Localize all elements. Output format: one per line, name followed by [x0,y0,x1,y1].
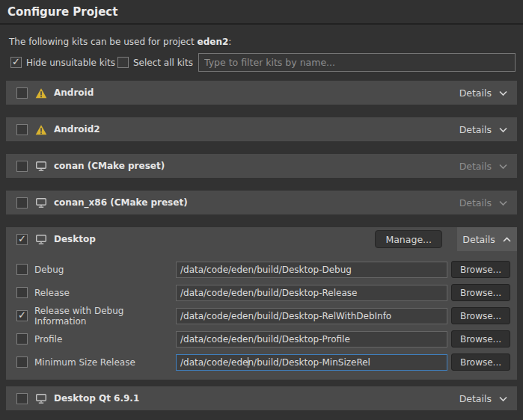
kit-row-conan-x86[interactable]: conan_x86 (CMake preset) Details [6,191,517,214]
details-button[interactable]: Details [459,161,508,172]
desktop-icon [35,161,47,172]
build-dir-input[interactable] [176,308,447,324]
config-label: Release [34,288,70,298]
kit-row-android[interactable]: Android Details [6,81,517,105]
desktop-icon [35,197,47,209]
intro-text: The following kits can be used for proje… [9,37,231,47]
kit-row-desktop-qt[interactable]: Desktop Qt 6.9.1 Details [6,386,517,410]
details-label: Details [459,124,492,135]
config-checkbox[interactable] [16,333,28,345]
config-checkbox[interactable] [16,310,28,321]
kit-checkbox[interactable] [16,393,28,404]
warning-icon [35,124,47,135]
manage-button[interactable]: Manage... [375,230,442,248]
desktop-icon [35,393,47,404]
config-label: Debug [34,265,64,275]
browse-button[interactable]: Browse... [451,284,510,301]
chevron-down-icon [498,200,508,206]
text-caret [248,357,248,368]
details-button[interactable]: Details [459,87,508,99]
dialog-header: Configure Project [0,0,523,25]
kit-name: conan (CMake preset) [54,161,165,171]
warning-icon [35,87,47,99]
intro-prefix: The following kits can be used for proje… [9,37,198,47]
details-label: Details [459,393,492,404]
build-config-list: Debug Browse... Release Browse... Releas… [6,251,517,374]
details-button-expanded[interactable]: Details [457,227,517,251]
hide-unsuitable-kits-checkbox[interactable]: Hide unsuitable kits [10,57,115,68]
build-config-row-debug: Debug Browse... [6,258,517,281]
details-label: Details [459,87,492,99]
kit-checkbox[interactable] [16,234,28,245]
details-button[interactable]: Details [459,197,508,209]
config-checkbox[interactable] [16,264,28,275]
chevron-up-icon [502,234,512,245]
chevron-down-icon [498,126,508,133]
details-label: Details [459,197,492,209]
details-button[interactable]: Details [459,124,508,135]
build-config-row-release: Release Browse... [6,281,517,304]
config-checkbox[interactable] [16,287,28,298]
chevron-down-icon [498,163,508,170]
config-label: Minimum Size Release [34,357,135,368]
kit-filter-input[interactable] [198,53,516,72]
browse-button[interactable]: Browse... [451,307,510,324]
details-button[interactable]: Details [459,393,508,404]
kit-name: Desktop Qt 6.9.1 [54,393,139,404]
kit-name: Android2 [54,124,100,135]
chevron-down-icon [498,395,508,402]
kit-row-android2[interactable]: Android2 Details [6,117,517,141]
kit-checkbox[interactable] [16,124,28,135]
browse-button[interactable]: Browse... [451,353,510,371]
project-name: eden2 [198,37,229,47]
chevron-down-icon [498,90,508,96]
config-label: Release with Debug Information [34,306,176,327]
checkbox-icon[interactable] [117,57,129,68]
build-dir-input[interactable] [176,331,447,348]
build-config-row-relwithdebinfo: Release with Debug Information Browse... [6,304,517,327]
kit-checkbox[interactable] [16,161,28,172]
browse-button[interactable]: Browse... [451,261,510,278]
desktop-icon [35,234,47,245]
select-all-kits-label: Select all kits [133,58,193,68]
kit-name: Android [54,87,94,98]
page-title: Configure Project [7,5,117,19]
browse-button[interactable]: Browse... [451,330,510,348]
kit-checkbox[interactable] [16,197,28,209]
kit-name: Desktop [54,234,96,244]
hide-unsuitable-kits-label: Hide unsuitable kits [26,58,115,68]
build-config-row-minsizerel: Minimum Size Release Browse... [6,350,517,374]
build-config-row-profile: Profile Browse... [6,327,517,350]
details-label: Details [462,234,495,245]
kit-row-desktop[interactable]: Desktop Manage... Details [6,227,517,251]
config-checkbox[interactable] [16,356,28,368]
build-dir-input[interactable] [176,285,447,301]
config-label: Profile [34,334,62,345]
kit-row-conan[interactable]: conan (CMake preset) Details [6,154,517,178]
select-all-kits-checkbox[interactable]: Select all kits [117,57,193,68]
build-dir-input[interactable] [176,262,447,278]
kit-section-desktop: Desktop Manage... Details Debug Browse..… [6,227,517,380]
kit-name: conan_x86 (CMake preset) [54,197,188,208]
build-dir-input-focused[interactable] [176,354,447,371]
intro-suffix: : [228,37,231,47]
kit-checkbox[interactable] [16,87,28,99]
checkbox-icon[interactable] [10,57,22,68]
details-label: Details [459,161,492,172]
